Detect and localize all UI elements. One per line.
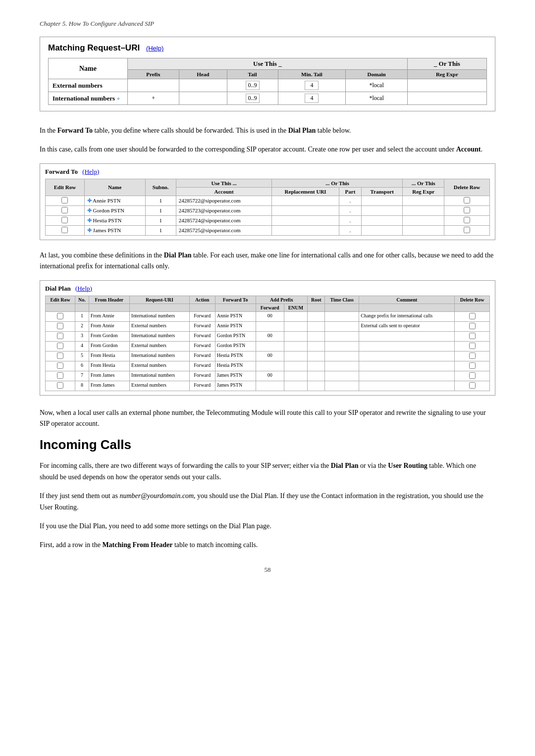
matching-request-title-text: Matching Request–URI (48, 43, 140, 52)
matching-request-box: Matching Request–URI (Help) Name Use Thi… (40, 37, 495, 111)
row-from: From Hestia (89, 351, 129, 361)
row-req-uri: External numbers (130, 361, 190, 371)
incoming-calls-para4: First, add a row in the Matching From He… (40, 540, 495, 551)
edit-checkbox[interactable] (46, 205, 85, 215)
table-row: 2 From Annie External numbers Forward An… (46, 321, 490, 331)
reg-expr-header: Reg Expr (407, 70, 486, 79)
row2-tail: 0..9 (227, 92, 278, 105)
row-prefix-fwd (256, 361, 284, 371)
row-name: ✚ Annie PSTN (84, 196, 145, 205)
edit-checkbox[interactable] (46, 341, 75, 351)
edit-checkbox[interactable] (46, 311, 75, 321)
incoming-calls-title: Incoming Calls (40, 437, 495, 453)
request-uri-col: Request-URI (130, 296, 190, 303)
row-no: 3 (75, 331, 89, 341)
delete-checkbox[interactable] (455, 331, 490, 341)
row-fwd-to: Gordon PSTN (215, 341, 256, 351)
row-prefix-fwd: 00 (256, 311, 284, 321)
row-fwd-to: Hestia PSTN (215, 361, 256, 371)
edit-checkbox[interactable] (46, 321, 75, 331)
matching-request-help[interactable]: (Help) (146, 45, 163, 52)
delete-checkbox[interactable] (444, 205, 490, 215)
row-transport (362, 215, 403, 225)
row-prefix-enum (284, 331, 308, 341)
row-part: . (339, 196, 361, 205)
row-no: 7 (75, 371, 89, 381)
delete-checkbox[interactable] (455, 341, 490, 351)
delete-checkbox[interactable] (455, 381, 490, 391)
time-class-col: Time Class (325, 296, 359, 303)
row-account: 24285722@sipoperator.com (176, 196, 272, 205)
row-req-uri: External numbers (130, 381, 190, 391)
tail-header: Tail (227, 70, 278, 79)
edit-checkbox[interactable] (46, 196, 85, 205)
row-action: Forward (189, 341, 215, 351)
row1-prefix (128, 79, 179, 92)
delete-checkbox[interactable] (444, 215, 490, 225)
row-prefix-enum (284, 371, 308, 381)
delete-checkbox[interactable] (444, 225, 490, 235)
row-transport (362, 205, 403, 215)
table-row: 6 From Hestia External numbers Forward H… (46, 361, 490, 371)
account-subheader: Account (176, 187, 272, 196)
prefix-header: Prefix (128, 70, 179, 79)
part-subheader: Part (339, 187, 361, 196)
row-prefix-fwd: 00 (256, 371, 284, 381)
forward-to-col: Forward To (215, 296, 256, 303)
delete-checkbox[interactable] (455, 361, 490, 371)
row-comment (359, 331, 455, 341)
edit-checkbox[interactable] (46, 371, 75, 381)
edit-checkbox[interactable] (46, 381, 75, 391)
table-row: 5 From Hestia International numbers Forw… (46, 351, 490, 361)
transport-subheader: Transport (362, 187, 403, 196)
matching-request-title: Matching Request–URI (Help) (48, 43, 487, 53)
row-root (308, 311, 325, 321)
dial-plan-help[interactable]: (Help) (75, 285, 92, 292)
incoming-calls-para3: If you use the Dial Plan, you need to ad… (40, 521, 495, 532)
edit-checkbox[interactable] (46, 331, 75, 341)
row-transport (362, 196, 403, 205)
or-this2-header: ... Or This (403, 179, 444, 187)
delete-checkbox[interactable] (455, 311, 490, 321)
edit-checkbox[interactable] (46, 225, 85, 235)
row-action: Forward (189, 331, 215, 341)
reg-expr-subheader: Reg Expr (403, 187, 444, 196)
comment-col: Comment (359, 296, 455, 303)
row-prefix-fwd (256, 381, 284, 391)
delete-checkbox[interactable] (455, 351, 490, 361)
row-prefix-enum (284, 321, 308, 331)
row-part: . (339, 215, 361, 225)
row-action: Forward (189, 361, 215, 371)
row-repl-uri (272, 215, 339, 225)
row-req-uri: International numbers (130, 371, 190, 381)
delete-checkbox[interactable] (455, 321, 490, 331)
row-req-uri: External numbers (130, 321, 190, 331)
use-this-header: Use This _ (128, 58, 408, 70)
repl-uri-subheader: Replacement URI (272, 187, 339, 196)
no-col-header: No. (75, 296, 89, 303)
row-from: From James (89, 371, 129, 381)
delete-checkbox[interactable] (455, 371, 490, 381)
row-prefix-enum (284, 341, 308, 351)
edit-checkbox[interactable] (46, 215, 85, 225)
row-fwd-to: Hestia PSTN (215, 351, 256, 361)
table-row: International numbers + + 0..9 4 *local (49, 92, 487, 105)
from-header-col: From Header (89, 296, 129, 303)
row-fwd-to: James PSTN (215, 381, 256, 391)
row-prefix-fwd (256, 321, 284, 331)
edit-col-header: Edit Row (46, 296, 75, 303)
incoming-calls-para2: If they just send them out as number@you… (40, 491, 495, 513)
forward-to-help[interactable]: (Help) (82, 168, 99, 175)
chapter-title: Chapter 5. How To Configure Advanced SIP (40, 20, 495, 28)
edit-checkbox[interactable] (46, 361, 75, 371)
row-from: From Hestia (89, 361, 129, 371)
row1-domain: *local (346, 79, 407, 92)
row-root (308, 331, 325, 341)
row2-reg-expr (407, 92, 486, 105)
row-reg-expr (403, 215, 444, 225)
table-row: External numbers 0..9 4 *local (49, 79, 487, 92)
delete-checkbox[interactable] (444, 196, 490, 205)
row-part: . (339, 205, 361, 215)
edit-checkbox[interactable] (46, 351, 75, 361)
row-subno: 1 (145, 225, 176, 235)
